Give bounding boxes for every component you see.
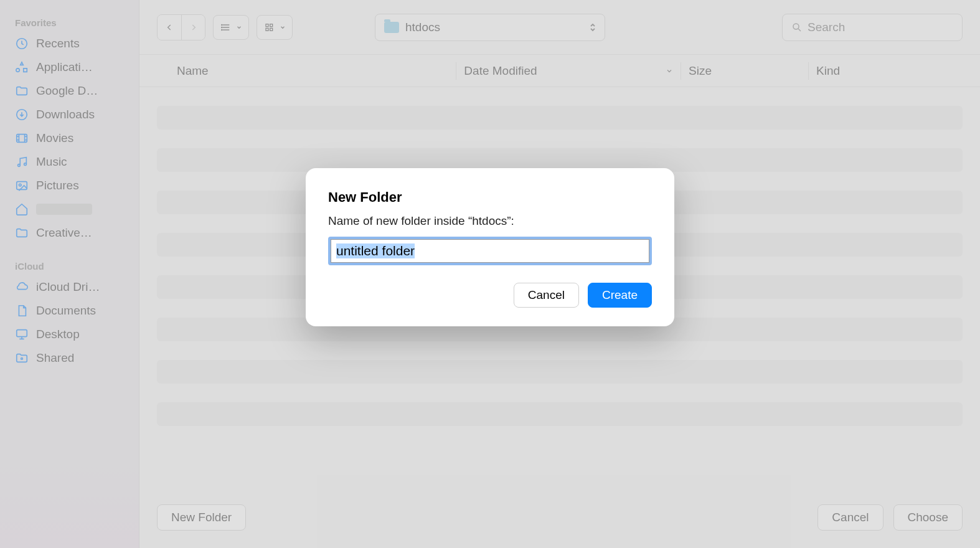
sidebar-item-creative[interactable]: Creative… [0, 221, 139, 245]
view-group-button[interactable] [257, 15, 293, 40]
svg-rect-7 [17, 330, 27, 337]
shared-folder-icon [15, 351, 29, 365]
svg-rect-2 [17, 135, 27, 143]
column-size[interactable]: Size [689, 64, 801, 78]
sidebar-item-label: Creative… [36, 226, 92, 240]
svg-point-9 [222, 24, 222, 25]
grid-icon [263, 22, 276, 32]
svg-point-10 [222, 27, 222, 27]
folder-name-input[interactable] [331, 239, 649, 263]
chevron-down-icon [666, 67, 673, 75]
folder-icon [15, 226, 29, 240]
svg-point-4 [24, 163, 27, 166]
search-box[interactable] [782, 14, 963, 41]
new-folder-button[interactable]: New Folder [157, 504, 246, 531]
sidebar-item-label: Google D… [36, 84, 98, 98]
svg-rect-15 [270, 28, 273, 31]
sidebar-item-label: Documents [36, 304, 96, 318]
download-icon [15, 108, 29, 121]
svg-point-6 [19, 184, 21, 186]
sidebar-section-icloud: iCloud [0, 256, 139, 275]
list-row[interactable] [157, 360, 963, 384]
sidebar-item-pictures[interactable]: Pictures [0, 174, 139, 197]
cloud-icon [15, 280, 29, 294]
sidebar-item-label: Downloads [36, 108, 95, 121]
sidebar: Favorites Recents Applicati… Google D… D… [0, 0, 139, 548]
sidebar-item-downloads[interactable]: Downloads [0, 103, 139, 126]
sidebar-item-recents[interactable]: Recents [0, 32, 139, 55]
footer: New Folder Cancel Choose [139, 494, 980, 548]
dialog-input-wrap [328, 237, 652, 265]
svg-point-8 [21, 358, 23, 360]
sidebar-item-label: Pictures [36, 179, 79, 192]
svg-point-3 [18, 164, 21, 167]
nav-buttons [157, 14, 205, 40]
sidebar-section-favorites: Favorites [0, 12, 139, 32]
list-row[interactable] [157, 402, 963, 426]
dialog-subtitle: Name of new folder inside “htdocs”: [328, 214, 652, 228]
desktop-icon [15, 328, 29, 341]
dialog-buttons: Cancel Create [328, 283, 652, 308]
document-icon [15, 304, 29, 318]
chevron-down-icon [280, 24, 286, 31]
choose-button[interactable]: Choose [893, 504, 963, 531]
sidebar-item-label: Applicati… [36, 60, 93, 74]
sidebar-item-label: Recents [36, 37, 80, 50]
column-name[interactable]: Name [177, 64, 448, 78]
folder-icon [15, 84, 29, 98]
path-label: htdocs [405, 21, 583, 34]
sidebar-item-label: iCloud Dri… [36, 280, 100, 294]
list-row[interactable] [157, 106, 963, 130]
search-icon [791, 22, 803, 33]
dialog-title: New Folder [328, 189, 652, 206]
pictures-icon [15, 179, 29, 192]
column-date-modified[interactable]: Date Modified [464, 64, 673, 78]
sidebar-item-movies[interactable]: Movies [0, 126, 139, 150]
back-button[interactable] [158, 15, 181, 40]
sidebar-item-label [36, 204, 92, 215]
updown-chevron-icon [590, 22, 596, 32]
svg-point-16 [793, 24, 799, 29]
sidebar-item-label: Music [36, 155, 67, 169]
folder-icon [384, 22, 399, 33]
sidebar-item-label: Movies [36, 131, 73, 145]
apps-icon [15, 60, 29, 74]
path-control[interactable]: htdocs [375, 14, 605, 41]
toolbar: htdocs [139, 0, 980, 55]
sidebar-item-music[interactable]: Music [0, 150, 139, 174]
svg-rect-13 [270, 24, 273, 26]
list-icon [220, 22, 232, 32]
dialog-cancel-button[interactable]: Cancel [514, 283, 579, 308]
chevron-down-icon [236, 24, 242, 31]
movies-icon [15, 131, 29, 145]
sidebar-item-label: Desktop [36, 328, 80, 341]
sidebar-item-desktop[interactable]: Desktop [0, 323, 139, 346]
cancel-button[interactable]: Cancel [817, 504, 883, 531]
svg-rect-14 [266, 28, 268, 31]
sidebar-item-documents[interactable]: Documents [0, 299, 139, 323]
svg-point-11 [222, 29, 222, 30]
svg-rect-12 [266, 24, 268, 26]
home-icon [15, 202, 29, 216]
sidebar-item-icloud-drive[interactable]: iCloud Dri… [0, 275, 139, 299]
sidebar-item-google-drive[interactable]: Google D… [0, 79, 139, 103]
music-icon [15, 155, 29, 169]
column-headers: Name Date Modified Size Kind [139, 55, 980, 87]
clock-icon [15, 37, 29, 50]
column-kind[interactable]: Kind [816, 64, 963, 78]
new-folder-dialog: New Folder Name of new folder inside “ht… [306, 168, 674, 326]
dialog-create-button[interactable]: Create [588, 283, 652, 308]
sidebar-item-shared[interactable]: Shared [0, 346, 139, 370]
search-input[interactable] [808, 21, 953, 34]
sidebar-item-applications[interactable]: Applicati… [0, 55, 139, 79]
view-list-button[interactable] [213, 15, 249, 40]
sidebar-item-home[interactable] [0, 197, 139, 221]
sidebar-item-label: Shared [36, 351, 74, 365]
forward-button[interactable] [181, 15, 205, 40]
